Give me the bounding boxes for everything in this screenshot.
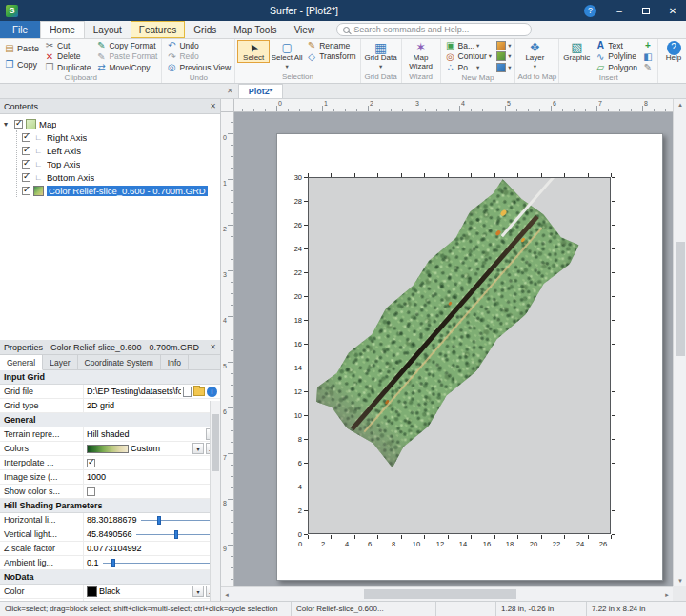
grid-info-icon[interactable]: i — [207, 387, 217, 397]
property-row-vertical-light[interactable]: Vertical light... 45.8490566 — [0, 527, 220, 542]
new-contour-map-button[interactable]: ◎Contour▾ — [443, 51, 494, 63]
copy-format-button[interactable]: ✎Copy Format — [93, 40, 159, 51]
ribbon-tab-grids[interactable]: Grids — [185, 21, 225, 38]
left-axis-checkbox[interactable] — [22, 147, 30, 155]
insert-point-button[interactable]: + — [640, 40, 656, 51]
cut-button[interactable]: ✂Cut — [42, 40, 92, 51]
tree-item-bottom-axis[interactable]: ∟ Bottom Axis — [22, 170, 220, 184]
ribbon-tab-map-tools[interactable]: Map Tools — [225, 21, 285, 38]
properties-close-icon[interactable]: ✕ — [210, 343, 216, 351]
properties-scrollbar[interactable] — [210, 401, 220, 601]
scrollbar-thumb[interactable] — [676, 242, 685, 356]
paste-format-button[interactable]: ✎Paste Format — [93, 51, 159, 63]
tab-coordinate-system[interactable]: Coordinate System — [78, 355, 161, 369]
ribbon-tab-layout[interactable]: Layout — [85, 21, 131, 38]
open-folder-icon[interactable] — [193, 387, 205, 396]
select-button[interactable]: ➤ Select — [237, 40, 270, 63]
scrollbar-thumb[interactable] — [364, 589, 516, 599]
close-button[interactable]: ✕ — [659, 0, 686, 21]
tree-item-left-axis[interactable]: ∟ Left Axis — [22, 144, 220, 157]
color-relief-map[interactable] — [310, 177, 583, 467]
nodata-color-swatch[interactable] — [87, 586, 97, 597]
ribbon-tab-home[interactable]: Home — [40, 21, 85, 38]
slider-thumb[interactable] — [157, 516, 161, 525]
ribbon-tab-file[interactable]: File — [0, 21, 40, 38]
grid-info-sheet-icon[interactable] — [183, 387, 192, 397]
duplicate-button[interactable]: ❐Duplicate — [42, 62, 92, 73]
horizontal-scrollbar[interactable]: ◂ ▸ — [221, 586, 673, 601]
property-row-image-size[interactable]: Image size (... 1000 — [0, 470, 220, 485]
new-post-map-button[interactable]: ∴Po...▾ — [443, 62, 494, 73]
vertical-scrollbar[interactable]: ▴ ▾ — [673, 99, 686, 586]
paste-button[interactable]: ▤Paste — [2, 40, 41, 56]
vertical-light-slider[interactable] — [136, 529, 214, 540]
move-copy-button[interactable]: ⇄Move/Copy — [93, 62, 159, 73]
ribbon-tab-view[interactable]: View — [286, 21, 324, 38]
map-wizard-button[interactable]: ✶ Map Wizard — [404, 40, 438, 70]
interpolate-checkbox[interactable] — [87, 459, 95, 467]
contents-close-icon[interactable]: ✕ — [210, 102, 216, 110]
select-all-button[interactable]: ▢ Select All ▾ — [271, 40, 303, 70]
scroll-left-icon[interactable]: ◂ — [221, 587, 232, 602]
previous-view-button[interactable]: ◎Previous View — [164, 62, 232, 73]
show-color-scale-checkbox[interactable] — [87, 487, 95, 496]
search-input[interactable]: Search commands and Help... — [336, 23, 532, 36]
tab-layer[interactable]: Layer — [43, 355, 77, 369]
color-relief-checkbox[interactable] — [22, 187, 30, 195]
scroll-up-icon[interactable]: ▴ — [674, 99, 686, 110]
map-visibility-checkbox[interactable] — [14, 120, 23, 129]
insert-shape-button[interactable]: ◧ — [640, 51, 656, 63]
scrollbar-thumb[interactable] — [212, 414, 219, 471]
transform-button[interactable]: ◇Transform — [304, 51, 357, 63]
new-3d-surface-button[interactable]: ▾ — [494, 40, 513, 51]
tree-item-color-relief[interactable]: Color Relief-slice_0.600 - 0.700m.GRD — [22, 184, 220, 197]
insert-graphic-button[interactable]: ▧ Graphic — [561, 40, 592, 63]
colors-dropdown[interactable]: ▾ — [192, 443, 204, 454]
plot-page[interactable]: 02468101214161820222426 0246810121416182… — [276, 133, 663, 581]
property-row-ambient[interactable]: Ambient lig... 0.1 — [0, 556, 220, 570]
slider-thumb[interactable] — [174, 530, 178, 539]
ambient-light-slider[interactable] — [103, 558, 214, 568]
colormap-swatch[interactable] — [87, 445, 129, 453]
property-row-nodata-color[interactable]: Color Black ▾ … — [0, 585, 220, 599]
bottom-axis-checkbox[interactable] — [22, 173, 30, 182]
rename-button[interactable]: ✎Rename — [304, 40, 357, 51]
tree-item-map[interactable]: ▾ Map — [4, 117, 220, 130]
insert-draw-button[interactable]: ✎ — [640, 62, 656, 73]
help-button[interactable]: ? Help — [660, 40, 686, 63]
property-row-interpolate[interactable]: Interpolate ... — [0, 456, 220, 470]
new-grid-values-button[interactable]: ▾ — [494, 62, 513, 73]
new-color-relief-button[interactable]: ▾ — [494, 51, 513, 63]
undo-button[interactable]: ↶Undo — [164, 40, 232, 51]
top-axis-checkbox[interactable] — [22, 160, 30, 169]
nodata-color-dropdown[interactable]: ▾ — [192, 586, 204, 597]
property-row-zscale[interactable]: Z scale factor 0.0773104992 — [0, 542, 220, 556]
property-row-horizontal-light[interactable]: Horizontal li... 88.30188679 — [0, 513, 220, 527]
tab-info[interactable]: Info — [161, 355, 189, 369]
insert-polyline-button[interactable]: ∿Polyline — [593, 51, 639, 63]
tab-general[interactable]: General — [0, 355, 43, 370]
property-row-grid-type[interactable]: Grid type 2D grid — [0, 399, 220, 413]
new-base-map-button[interactable]: ▣Ba...▾ — [443, 40, 494, 51]
property-row-grid-file[interactable]: Grid file D:\EP Testing\datasets\for GBJ… — [0, 385, 220, 399]
maximize-button[interactable] — [633, 0, 659, 21]
grid-data-button[interactable]: ▦ Grid Data ▾ — [363, 40, 399, 70]
minimize-button[interactable]: – — [606, 0, 633, 21]
document-tab-plot2[interactable]: Plot2* — [238, 84, 284, 98]
delete-button[interactable]: ✕Delete — [42, 51, 92, 63]
scroll-down-icon[interactable]: ▾ — [674, 575, 686, 586]
property-row-colors[interactable]: Colors Custom ▾ … — [0, 442, 220, 456]
tree-item-top-axis[interactable]: ∟ Top Axis — [22, 157, 220, 170]
ribbon-tab-features[interactable]: Features — [131, 21, 185, 38]
property-row-terrain[interactable]: Terrain repre... Hill shaded ▾ — [0, 427, 220, 442]
tree-item-right-axis[interactable]: ∟ Right Axis — [22, 130, 220, 144]
help-bubble-icon[interactable]: ? — [584, 5, 596, 17]
insert-text-button[interactable]: AText — [593, 40, 639, 51]
slider-thumb[interactable] — [111, 559, 115, 567]
property-row-show-scale[interactable]: Show color s... — [0, 485, 220, 499]
add-layer-button[interactable]: ❖ Layer ▾ — [517, 40, 552, 70]
insert-polygon-button[interactable]: ▱Polygon — [593, 62, 639, 73]
plot-canvas[interactable]: 012345678 0123456789 0246810121416182022… — [221, 99, 673, 586]
scroll-right-icon[interactable]: ▸ — [661, 587, 673, 602]
redo-button[interactable]: ↷Redo — [164, 51, 232, 63]
